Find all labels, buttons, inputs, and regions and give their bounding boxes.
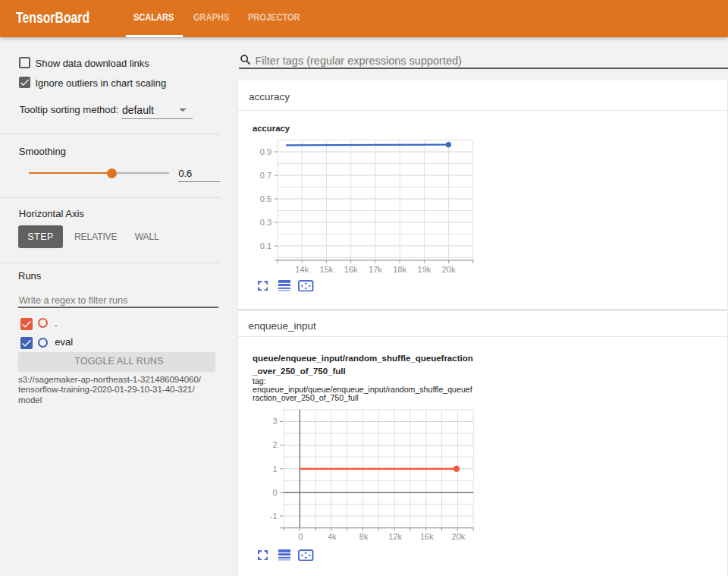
svg-text:0.7: 0.7 <box>260 171 271 180</box>
svg-text:17k: 17k <box>369 265 382 274</box>
svg-text:2: 2 <box>272 440 277 449</box>
svg-text:0.9: 0.9 <box>260 147 271 156</box>
svg-text:0: 0 <box>298 532 303 541</box>
svg-text:20k: 20k <box>442 265 456 274</box>
svg-text:4k: 4k <box>328 532 337 541</box>
svg-text:0: 0 <box>272 488 277 497</box>
svg-text:12k: 12k <box>388 532 402 541</box>
svg-text:14k: 14k <box>295 265 309 274</box>
svg-text:0.5: 0.5 <box>260 194 271 203</box>
svg-text:0.1: 0.1 <box>260 241 271 250</box>
svg-text:-1: -1 <box>270 511 278 521</box>
svg-text:16k: 16k <box>420 532 434 541</box>
svg-text:19k: 19k <box>418 265 431 274</box>
svg-text:8k: 8k <box>359 532 369 541</box>
svg-text:15k: 15k <box>320 265 334 274</box>
svg-text:1: 1 <box>272 464 277 474</box>
svg-text:20k: 20k <box>452 532 466 541</box>
svg-text:16k: 16k <box>344 265 358 274</box>
svg-text:3: 3 <box>272 417 277 426</box>
svg-text:0.3: 0.3 <box>260 218 271 227</box>
svg-text:18k: 18k <box>393 265 406 274</box>
